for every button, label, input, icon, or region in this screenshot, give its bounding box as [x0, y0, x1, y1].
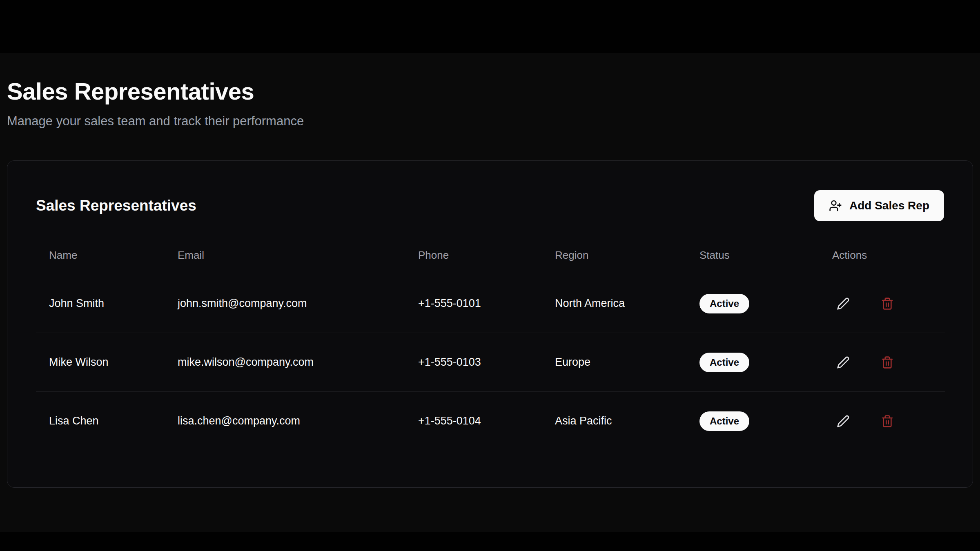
rep-region: Asia Pacific [542, 392, 686, 451]
status-badge: Active [699, 411, 749, 431]
table-body: John Smith john.smith@company.com +1-555… [36, 274, 945, 451]
column-header-region: Region [542, 243, 686, 274]
edit-button[interactable] [832, 351, 854, 373]
rep-actions-cell [819, 333, 945, 392]
rep-email: john.smith@company.com [165, 274, 405, 333]
trash-icon [881, 297, 894, 310]
rep-email: mike.wilson@company.com [165, 333, 405, 392]
sales-reps-card: Sales Representatives Add Sales Rep [7, 160, 973, 488]
page-subtitle: Manage your sales team and track their p… [7, 114, 973, 129]
rep-name: Lisa Chen [36, 392, 165, 451]
pencil-icon [837, 356, 850, 369]
rep-status-cell: Active [686, 333, 819, 392]
table-row: John Smith john.smith@company.com +1-555… [36, 274, 945, 333]
rep-actions-cell [819, 274, 945, 333]
rep-phone: +1-555-0103 [405, 333, 542, 392]
rep-name: John Smith [36, 274, 165, 333]
delete-button[interactable] [876, 293, 898, 315]
card-title: Sales Representatives [36, 197, 196, 214]
rep-status-cell: Active [686, 392, 819, 451]
page: Sales Representatives Manage your sales … [0, 0, 980, 488]
rep-region: North America [542, 274, 686, 333]
rep-region: Europe [542, 333, 686, 392]
rep-phone: +1-555-0104 [405, 392, 542, 451]
column-header-phone: Phone [405, 243, 542, 274]
bottom-edge-strip [0, 532, 980, 551]
delete-button[interactable] [876, 351, 898, 373]
add-sales-rep-button-label: Add Sales Rep [849, 199, 929, 212]
edit-button[interactable] [832, 410, 854, 432]
column-header-email: Email [165, 243, 405, 274]
column-header-status: Status [686, 243, 819, 274]
status-badge: Active [699, 294, 749, 313]
pencil-icon [837, 415, 850, 428]
table-row: Lisa Chen lisa.chen@company.com +1-555-0… [36, 392, 945, 451]
status-badge: Active [699, 353, 749, 372]
rep-email: lisa.chen@company.com [165, 392, 405, 451]
edit-button[interactable] [832, 293, 854, 315]
column-header-name: Name [36, 243, 165, 274]
rep-status-cell: Active [686, 274, 819, 333]
rep-actions-cell [819, 392, 945, 451]
add-sales-rep-button[interactable]: Add Sales Rep [814, 190, 944, 221]
column-header-actions: Actions [819, 243, 945, 274]
page-title: Sales Representatives [7, 78, 973, 105]
delete-button[interactable] [876, 410, 898, 432]
trash-icon [881, 356, 894, 369]
table-header-row: Name Email Phone Region Status Actions [36, 243, 945, 274]
pencil-icon [837, 297, 850, 310]
table-header: Name Email Phone Region Status Actions [36, 243, 945, 274]
user-plus-icon [829, 199, 842, 212]
rep-name: Mike Wilson [36, 333, 165, 392]
trash-icon [881, 415, 894, 428]
sales-reps-table: Name Email Phone Region Status Actions J… [36, 243, 945, 451]
rep-phone: +1-555-0101 [405, 274, 542, 333]
table-row: Mike Wilson mike.wilson@company.com +1-5… [36, 333, 945, 392]
card-header: Sales Representatives Add Sales Rep [36, 190, 944, 221]
